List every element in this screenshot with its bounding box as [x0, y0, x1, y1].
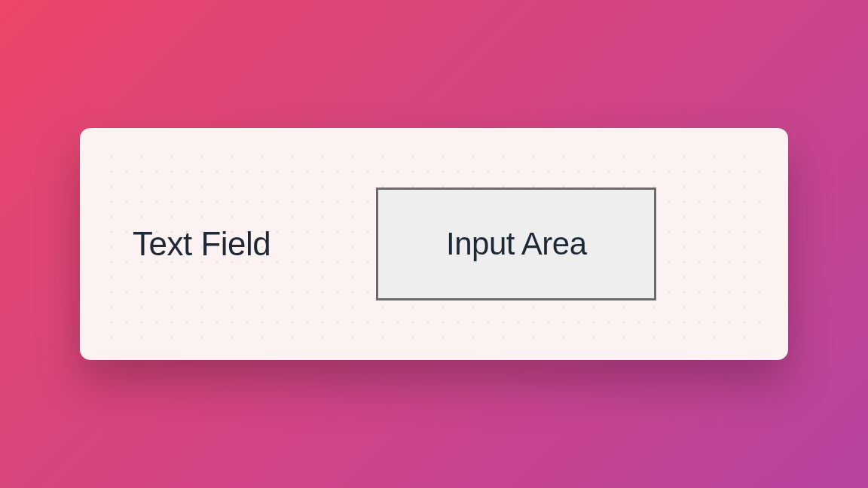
text-field-label: Text Field	[133, 225, 270, 263]
input-area[interactable]: Input Area	[376, 188, 656, 300]
input-placeholder-text: Input Area	[446, 226, 586, 262]
form-card: Text Field Input Area	[80, 128, 788, 360]
form-content-area: Text Field Input Area	[104, 149, 764, 339]
